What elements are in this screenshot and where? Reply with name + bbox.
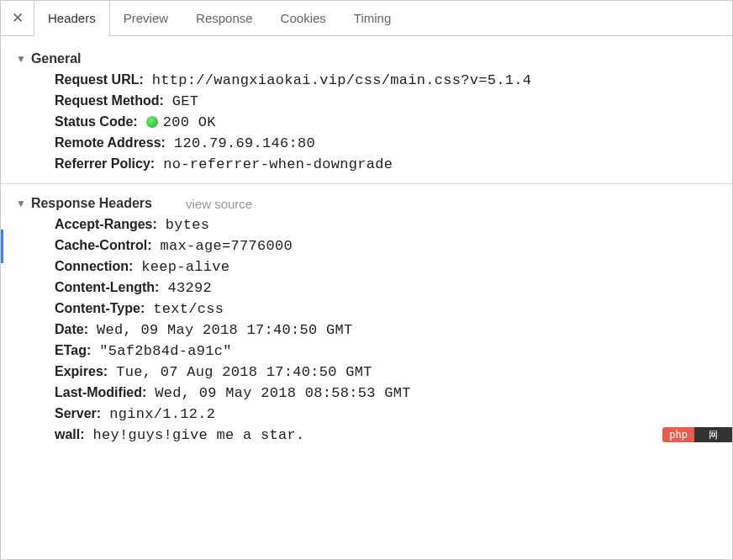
cache-control-value: max-age=7776000: [161, 238, 293, 254]
status-code-text: 200 OK: [163, 114, 216, 130]
response-headers-title: Response Headers: [31, 196, 152, 211]
connection-value: keep-alive: [141, 259, 229, 275]
headers-panel: ▼ General Request URL: http://wangxiaoka…: [1, 36, 732, 457]
server-value: nginx/1.12.2: [109, 406, 215, 422]
wall-value: hey!guys!give me a star.: [93, 427, 305, 443]
referrer-policy-row: Referrer Policy: no-referrer-when-downgr…: [1, 154, 732, 175]
request-method-row: Request Method: GET: [1, 91, 732, 112]
content-type-value: text/css: [153, 301, 224, 317]
view-source-link[interactable]: view source: [186, 197, 252, 211]
close-icon[interactable]: ✕: [1, 1, 34, 35]
server-row: Server: nginx/1.12.2: [1, 404, 732, 425]
chevron-down-icon: ▼: [16, 198, 26, 209]
server-label: Server:: [55, 406, 101, 421]
expires-row: Expires: Tue, 07 Aug 2018 17:40:50 GMT: [1, 362, 732, 383]
cache-control-row: Cache-Control: max-age=7776000: [1, 235, 732, 256]
tab-cookies[interactable]: Cookies: [267, 1, 340, 35]
tab-headers[interactable]: Headers: [34, 1, 110, 35]
remote-address-row: Remote Address: 120.79.69.146:80: [1, 133, 732, 154]
status-code-row: Status Code: 200 OK: [1, 112, 732, 133]
request-url-row: Request URL: http://wangxiaokai.vip/css/…: [1, 70, 732, 91]
connection-label: Connection:: [55, 259, 133, 274]
tab-timing[interactable]: Timing: [340, 1, 405, 35]
status-code-label: Status Code:: [55, 114, 138, 129]
request-method-label: Request Method:: [55, 93, 164, 108]
watermark-tail: 网: [694, 427, 732, 442]
status-dot-icon: [146, 116, 158, 128]
content-length-value: 43292: [167, 280, 212, 296]
watermark: php 网: [662, 427, 732, 442]
divider: [1, 183, 732, 184]
last-modified-label: Last-Modified:: [55, 385, 146, 400]
last-modified-value: Wed, 09 May 2018 08:58:53 GMT: [155, 385, 411, 401]
content-length-label: Content-Length:: [55, 280, 159, 295]
date-value: Wed, 09 May 2018 17:40:50 GMT: [97, 322, 353, 338]
request-url-label: Request URL:: [55, 72, 144, 87]
etag-row: ETag: "5af2b84d-a91c": [1, 341, 732, 362]
general-section-header[interactable]: ▼ General: [1, 48, 732, 70]
referrer-policy-value: no-referrer-when-downgrade: [163, 156, 393, 172]
date-label: Date:: [55, 322, 88, 337]
general-section: ▼ General Request URL: http://wangxiaoka…: [1, 45, 732, 178]
chevron-down-icon: ▼: [16, 53, 26, 65]
cache-control-label: Cache-Control:: [55, 238, 152, 253]
wall-label: wall:: [55, 427, 85, 442]
last-modified-row: Last-Modified: Wed, 09 May 2018 08:58:53…: [1, 383, 732, 404]
date-row: Date: Wed, 09 May 2018 17:40:50 GMT: [1, 320, 732, 341]
accept-ranges-label: Accept-Ranges:: [55, 217, 157, 232]
request-url-value: http://wangxiaokai.vip/css/main.css?v=5.…: [152, 72, 532, 88]
tab-bar: ✕ Headers Preview Response Cookies Timin…: [1, 1, 732, 36]
expires-value: Tue, 07 Aug 2018 17:40:50 GMT: [116, 364, 372, 380]
content-length-row: Content-Length: 43292: [1, 277, 732, 298]
remote-address-label: Remote Address:: [55, 135, 166, 151]
etag-label: ETag:: [55, 343, 91, 358]
content-type-label: Content-Type:: [55, 301, 145, 316]
etag-value: "5af2b84d-a91c": [99, 343, 232, 359]
remote-address-value: 120.79.69.146:80: [174, 135, 315, 151]
selection-indicator: [1, 230, 3, 263]
content-type-row: Content-Type: text/css: [1, 298, 732, 320]
tab-response[interactable]: Response: [182, 1, 267, 35]
general-title: General: [31, 51, 82, 66]
watermark-php-badge: php: [662, 427, 694, 442]
status-code-value: 200 OK: [146, 114, 216, 130]
referrer-policy-label: Referrer Policy:: [55, 156, 155, 172]
wall-row: wall: hey!guys!give me a star.: [1, 425, 732, 446]
connection-row: Connection: keep-alive: [1, 256, 732, 277]
accept-ranges-value: bytes: [166, 217, 210, 233]
tab-preview[interactable]: Preview: [110, 1, 182, 35]
response-headers-section: ▼ Response Headers view source Accept-Ra…: [1, 189, 732, 449]
accept-ranges-row: Accept-Ranges: bytes: [1, 214, 732, 235]
response-headers-header[interactable]: ▼ Response Headers view source: [1, 193, 732, 214]
request-method-value: GET: [172, 93, 199, 109]
expires-label: Expires:: [55, 364, 108, 379]
